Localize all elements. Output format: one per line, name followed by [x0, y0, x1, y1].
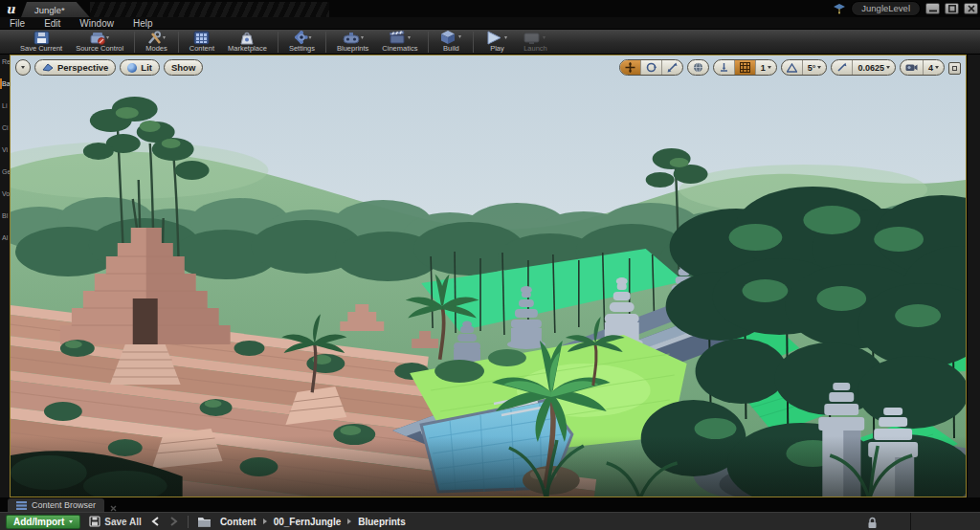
menu-help[interactable]: Help: [133, 18, 153, 29]
close-button[interactable]: [964, 3, 978, 14]
camera-speed-value[interactable]: 4: [924, 60, 944, 75]
tabbar-hatch-texture: [90, 2, 329, 17]
breadcrumb-blueprints[interactable]: Blueprints: [358, 517, 405, 527]
rotate-tool-button[interactable]: [641, 60, 662, 75]
content-browser-tab-label: Content Browser: [32, 500, 96, 510]
launch-button[interactable]: Launch: [516, 30, 554, 55]
source-control-button[interactable]: Source Control: [69, 30, 130, 55]
move-icon: [625, 62, 635, 73]
panel-tab-all-classes[interactable]: Al: [0, 233, 10, 242]
chevron-down-icon: [768, 66, 771, 69]
panel-tab-volumes[interactable]: Vo: [0, 189, 10, 198]
world-space-button[interactable]: [688, 60, 708, 75]
panel-tab-visual-effects[interactable]: Vi: [0, 145, 10, 154]
scale-tool-button[interactable]: [662, 60, 682, 75]
panel-tab-recently-placed[interactable]: Re: [0, 57, 10, 66]
menu-edit[interactable]: Edit: [44, 18, 60, 29]
floppy-disk-icon: [33, 31, 50, 45]
marketplace-label: Marketplace: [228, 45, 267, 53]
marketplace-button[interactable]: Marketplace: [221, 30, 274, 55]
toolbar-separator: [428, 32, 429, 53]
cinematics-icon: [389, 31, 412, 45]
content-label: Content: [189, 45, 214, 53]
panel-tab-basic[interactable]: Ba: [0, 79, 10, 88]
source-control-label: Source Control: [76, 45, 123, 53]
padlock-icon: [867, 517, 878, 529]
rotation-snap-value[interactable]: 5°: [803, 60, 827, 75]
settings-button[interactable]: Settings: [282, 30, 322, 55]
build-button[interactable]: Build: [433, 30, 469, 55]
scale-snap-value[interactable]: 0.0625: [853, 60, 895, 75]
maximize-viewport-icon: [952, 66, 957, 71]
modes-button[interactable]: Modes: [139, 30, 174, 55]
marketplace-icon: [239, 31, 255, 45]
lit-mode-button[interactable]: Lit: [120, 59, 160, 76]
minimize-button[interactable]: [925, 3, 940, 14]
menu-bar: File Edit Window Help: [0, 17, 980, 30]
content-browser-tab[interactable]: Content Browser: [8, 498, 104, 512]
breadcrumb-content[interactable]: Content: [220, 517, 256, 527]
content-browser-tab-close[interactable]: [110, 505, 117, 512]
grid-snap-value[interactable]: 1: [756, 60, 776, 75]
viewport-maximize-button[interactable]: [948, 62, 961, 75]
camera-icon: [905, 63, 918, 72]
breadcrumb-fernjungle[interactable]: 00_FernJungle: [274, 517, 342, 527]
grid-snap-group: 1: [713, 59, 777, 76]
show-label: Show: [171, 62, 195, 73]
source-control-icon: [89, 31, 110, 45]
play-icon: [484, 31, 509, 45]
level-tab[interactable]: Jungle*: [21, 2, 90, 17]
save-all-button[interactable]: Save All: [89, 516, 142, 527]
panel-tab-cinematic[interactable]: Ci: [0, 123, 10, 132]
viewport-toolbar: Perspective Lit Show: [15, 59, 961, 76]
menu-window[interactable]: Window: [79, 18, 114, 29]
cinematics-label: Cinematics: [382, 45, 417, 53]
scale-snap-group: 0.0625: [831, 59, 896, 76]
perspective-button[interactable]: Perspective: [34, 59, 116, 76]
level-tab-label: Jungle*: [34, 5, 65, 15]
viewport-options-button[interactable]: [15, 59, 31, 76]
scale-snap-toggle[interactable]: [832, 60, 853, 75]
panel-tab-geometry[interactable]: Ge: [0, 167, 10, 176]
toolbar-separator: [278, 32, 278, 53]
camera-speed-button[interactable]: [901, 60, 924, 75]
camera-speed-group: 4: [900, 59, 945, 76]
breadcrumb-arrow-icon: [347, 519, 351, 524]
forward-arrow-icon[interactable]: [167, 517, 179, 526]
toolbar-separator: [134, 32, 135, 53]
move-tool-button[interactable]: [620, 60, 641, 75]
cinematics-button[interactable]: Cinematics: [375, 30, 424, 55]
panel-divider: [910, 513, 911, 530]
panel-tab-lights[interactable]: Li: [0, 101, 10, 110]
content-browser-tab-icon: [16, 501, 27, 510]
right-collapsed-panel[interactable]: [967, 55, 980, 497]
perspective-icon: [42, 63, 54, 72]
surface-snap-button[interactable]: [714, 60, 735, 75]
breadcrumb: Content 00_FernJungle Blueprints: [220, 517, 406, 527]
blueprints-button[interactable]: Blueprints: [330, 30, 375, 55]
save-all-icon: [89, 516, 100, 527]
chevron-down-icon: [886, 66, 890, 69]
back-arrow-icon[interactable]: [150, 517, 162, 526]
launch-label: Launch: [523, 45, 547, 53]
build-label: Build: [443, 45, 459, 53]
save-current-button[interactable]: Save Current: [13, 30, 69, 55]
maximize-button[interactable]: [945, 3, 959, 14]
grid-snap-toggle[interactable]: [735, 60, 756, 75]
save-current-label: Save Current: [20, 45, 62, 53]
menu-file[interactable]: File: [10, 18, 25, 29]
content-button[interactable]: Content: [183, 30, 221, 55]
graduation-cap-icon[interactable]: [833, 3, 846, 14]
rotation-snap-group: 5°: [781, 59, 828, 76]
unreal-logo-icon: u: [0, 0, 21, 17]
show-button[interactable]: Show: [164, 59, 203, 76]
lock-button[interactable]: [867, 516, 878, 530]
add-import-button[interactable]: Add/Import: [6, 515, 80, 529]
play-button[interactable]: Play: [478, 30, 516, 55]
play-label: Play: [490, 45, 504, 53]
rotation-snap-toggle[interactable]: [782, 60, 803, 75]
level-name-badge: JungleLevel: [851, 1, 921, 16]
level-viewport[interactable]: Perspective Lit Show: [10, 55, 967, 497]
panel-tab-blueprints[interactable]: Bl: [0, 211, 10, 220]
lit-label: Lit: [141, 62, 152, 73]
